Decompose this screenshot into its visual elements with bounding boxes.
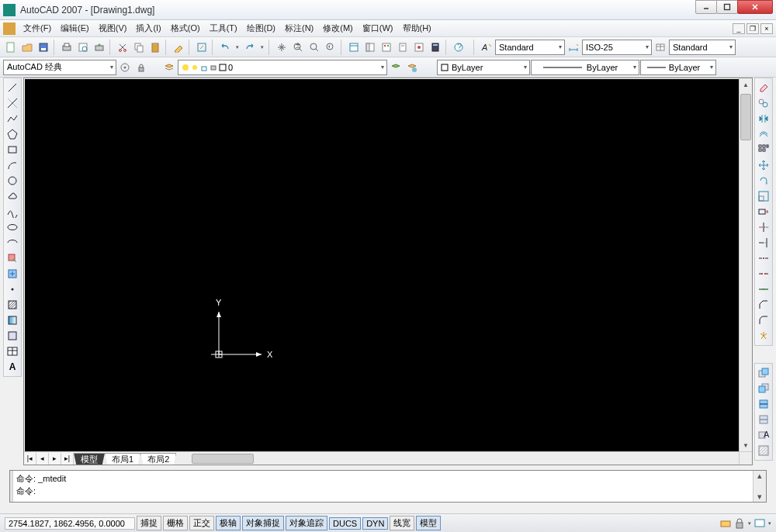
move-tool[interactable] xyxy=(756,157,771,173)
join-tool[interactable] xyxy=(756,282,771,297)
stretch-tool[interactable] xyxy=(756,204,771,219)
offset-tool[interactable] xyxy=(756,126,771,142)
clean-screen-icon[interactable] xyxy=(754,518,765,529)
menu-edit[interactable]: 编辑(E) xyxy=(56,21,94,36)
menu-tools[interactable]: 工具(T) xyxy=(205,21,242,36)
workspace-lock-button[interactable] xyxy=(133,60,149,75)
dyn-toggle[interactable]: DYN xyxy=(362,517,388,530)
break-tool[interactable] xyxy=(756,266,771,282)
vscroll-thumb[interactable] xyxy=(740,94,751,140)
undo-dropdown[interactable]: ▾ xyxy=(234,40,241,55)
menu-window[interactable]: 窗口(W) xyxy=(358,21,398,36)
plot-preview-button[interactable] xyxy=(75,40,91,55)
ellipse-arc-tool[interactable] xyxy=(5,235,20,250)
mirror-tool[interactable] xyxy=(756,111,771,126)
explode-tool[interactable] xyxy=(756,328,771,344)
chamfer-tool[interactable] xyxy=(756,297,771,313)
command-window[interactable]: 命令: _mtedit 命令: ▴▾ xyxy=(9,470,767,503)
zoom-previous-button[interactable] xyxy=(323,40,338,55)
make-block-tool[interactable] xyxy=(5,266,20,282)
table-tool[interactable] xyxy=(5,344,20,359)
dim-style-combo[interactable]: ISO-25 xyxy=(582,40,652,55)
properties-button[interactable] xyxy=(346,40,362,55)
trim-tool[interactable] xyxy=(756,219,771,235)
hatch-back-button[interactable] xyxy=(756,443,771,458)
mdi-restore-button[interactable]: ❐ xyxy=(747,23,759,34)
lwt-toggle[interactable]: 线宽 xyxy=(390,516,414,530)
break-at-point-tool[interactable] xyxy=(756,250,771,266)
new-button[interactable] xyxy=(3,40,19,55)
minimize-button[interactable] xyxy=(695,0,717,14)
pan-button[interactable] xyxy=(274,40,289,55)
mdi-minimize-button[interactable]: _ xyxy=(733,23,745,34)
tab-first-button[interactable]: |◂ xyxy=(24,453,36,465)
menu-modify[interactable]: 修改(M) xyxy=(318,21,358,36)
mtext-tool[interactable]: A xyxy=(5,359,20,375)
erase-tool[interactable] xyxy=(756,80,771,95)
layer-manager-button[interactable] xyxy=(161,60,177,75)
publish-button[interactable] xyxy=(92,40,107,55)
menu-dimension[interactable]: 标注(N) xyxy=(280,21,318,36)
snap-toggle[interactable]: 捕捉 xyxy=(137,516,161,530)
grid-toggle[interactable]: 栅格 xyxy=(163,516,188,530)
design-center-button[interactable] xyxy=(362,40,378,55)
hscroll-thumb[interactable] xyxy=(192,454,254,464)
tab-last-button[interactable]: ▸| xyxy=(61,453,74,465)
redo-button[interactable] xyxy=(242,40,258,55)
tab-next-button[interactable]: ▸ xyxy=(49,453,61,465)
comm-center-icon[interactable] xyxy=(720,518,731,529)
cut-button[interactable] xyxy=(115,40,130,55)
linetype-combo[interactable]: ByLayer xyxy=(531,60,639,75)
model-tab[interactable]: 模型 xyxy=(74,453,105,465)
scale-tool[interactable] xyxy=(756,188,771,204)
arc-tool[interactable] xyxy=(5,157,20,173)
match-prop-button[interactable] xyxy=(171,40,186,55)
bring-above-button[interactable] xyxy=(756,396,771,412)
zoom-window-button[interactable] xyxy=(307,40,322,55)
mdi-close-button[interactable]: × xyxy=(760,23,773,34)
tab-prev-button[interactable]: ◂ xyxy=(36,453,49,465)
array-tool[interactable] xyxy=(756,142,771,157)
text-front-button[interactable]: A xyxy=(756,427,771,443)
text-style-combo[interactable]: Standard xyxy=(495,40,565,55)
save-button[interactable] xyxy=(36,40,51,55)
layout2-tab[interactable]: 布局2 xyxy=(140,453,176,465)
copy-button[interactable] xyxy=(131,40,147,55)
copy-tool[interactable] xyxy=(756,95,771,111)
send-back-button[interactable] xyxy=(756,381,771,396)
extend-tool[interactable] xyxy=(756,235,771,250)
region-tool[interactable] xyxy=(5,328,20,344)
menu-view[interactable]: 视图(V) xyxy=(94,21,132,36)
open-button[interactable] xyxy=(19,40,35,55)
quickcalc-button[interactable] xyxy=(428,40,443,55)
polyline-tool[interactable] xyxy=(5,111,20,126)
horizontal-scrollbar[interactable] xyxy=(176,453,739,465)
zoom-realtime-button[interactable]: ± xyxy=(290,40,306,55)
rotate-tool[interactable] xyxy=(756,173,771,188)
polar-toggle[interactable]: 极轴 xyxy=(216,516,241,530)
revision-cloud-tool[interactable] xyxy=(5,188,20,204)
point-tool[interactable] xyxy=(5,282,20,297)
menu-draw[interactable]: 绘图(D) xyxy=(242,21,280,36)
vertical-scrollbar[interactable]: ▲ ▼ xyxy=(739,78,752,451)
redo-dropdown[interactable]: ▾ xyxy=(258,40,266,55)
tablestyle-icon[interactable] xyxy=(653,40,668,55)
menu-help[interactable]: 帮助(H) xyxy=(398,21,436,36)
bring-front-button[interactable] xyxy=(756,365,771,381)
help-button[interactable]: ? xyxy=(451,40,466,55)
markup-button[interactable] xyxy=(411,40,427,55)
polygon-tool[interactable] xyxy=(5,126,20,142)
scroll-down-button[interactable]: ▼ xyxy=(740,439,752,451)
spline-tool[interactable] xyxy=(5,204,20,219)
textstyle-icon[interactable]: A xyxy=(479,40,494,55)
layer-combo[interactable]: 0 xyxy=(178,60,387,75)
gradient-tool[interactable] xyxy=(5,313,20,328)
color-combo[interactable]: ByLayer xyxy=(437,60,530,75)
layout1-tab[interactable]: 布局1 xyxy=(105,453,140,465)
circle-tool[interactable] xyxy=(5,173,20,188)
close-button[interactable] xyxy=(737,0,773,14)
block-editor-button[interactable] xyxy=(194,40,210,55)
layer-previous-button[interactable] xyxy=(388,60,404,75)
coordinates-display[interactable]: 2754.1827, 1862.4956, 0.0000 xyxy=(5,517,135,530)
dimstyle-icon[interactable] xyxy=(566,40,581,55)
